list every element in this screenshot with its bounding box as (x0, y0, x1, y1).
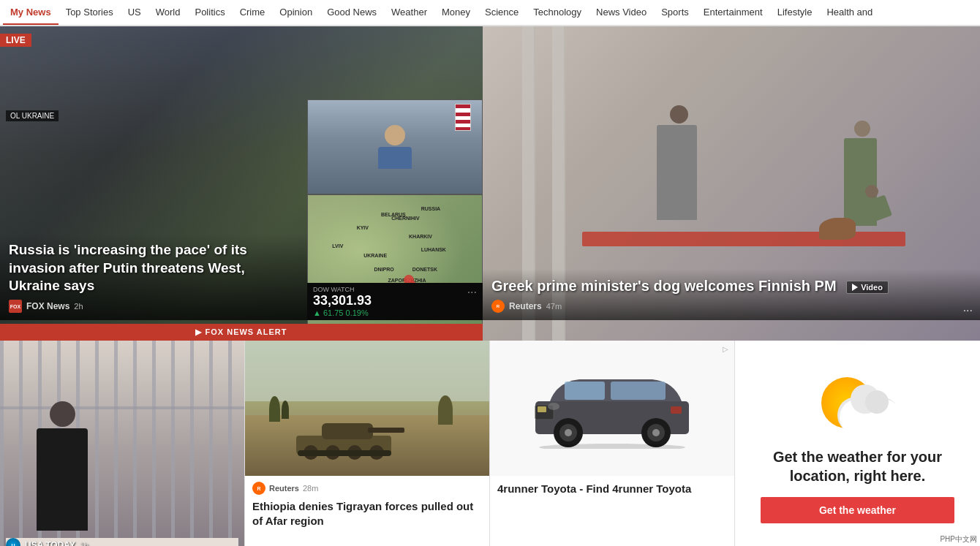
svg-rect-2 (368, 428, 404, 433)
dow-value: 33,301.93 (313, 293, 372, 308)
nav-crime[interactable]: Crime (233, 0, 273, 26)
nav-news-video[interactable]: News Video (589, 0, 654, 26)
php-badge: PHP中文网 (937, 533, 980, 546)
svg-rect-1 (322, 423, 373, 439)
navigation-bar: My News Top Stories US World Politics Cr… (0, 0, 980, 26)
right-card-source-time: 47m (546, 302, 562, 311)
right-card-source-name: Reuters (509, 301, 542, 311)
ethiopia-source-name: Reuters (269, 484, 299, 493)
reuters-logo-ethiopia: R (252, 482, 265, 495)
prisoner-image (0, 341, 244, 546)
weather-icon (814, 377, 902, 436)
map-label-russia: RUSSIA (421, 206, 440, 211)
weather-ad-text: Get the weather for your location, right… (750, 447, 965, 485)
ethiopia-source-line: R Reuters 28m (252, 482, 482, 495)
nav-lifestyle[interactable]: Lifestyle (770, 0, 820, 26)
bottom-card-ethiopia[interactable]: R Reuters 28m Ethiopia denies Tigrayan f… (245, 341, 490, 546)
dow-ticker: DOW WATCH 33,301.93 ▲ 61.75 0.19% ··· (307, 283, 483, 320)
main-container: LIVE OL UKRAINE (0, 26, 980, 546)
svg-rect-9 (565, 382, 605, 400)
card-russia-ukraine[interactable]: LIVE OL UKRAINE (0, 26, 483, 341)
nav-top-stories[interactable]: Top Stories (59, 0, 121, 26)
map-label-donetsk: DONETSK (412, 267, 437, 272)
dow-change: ▲ 61.75 0.19% (313, 308, 372, 317)
ethiopia-card-text: R Reuters 28m Ethiopia denies Tigrayan f… (245, 476, 489, 535)
svg-point-19 (548, 403, 559, 410)
live-badge: LIVE (0, 34, 31, 47)
video-label: Video (861, 282, 883, 292)
nav-technology[interactable]: Technology (526, 0, 589, 26)
nav-weather[interactable]: Weather (384, 0, 434, 26)
right-card-more-button[interactable]: ··· (963, 304, 973, 317)
map-label-luhansk: LUHANSK (421, 247, 446, 252)
nav-health[interactable]: Health and (819, 0, 880, 26)
map-label-lviv: LVIV (332, 243, 343, 249)
tank-svg (282, 410, 413, 461)
nav-opinion[interactable]: Opinion (272, 0, 320, 26)
map-label-kharkiv: KHARKIV (409, 234, 432, 239)
fox-news-alert-bar: ▶ FOX NEWS ALERT (0, 324, 483, 341)
ethiopia-headline: Ethiopia denies Tigrayan forces pulled o… (252, 499, 482, 529)
bottom-card-toyota-ad[interactable]: ▷ (490, 341, 735, 546)
nav-sports[interactable]: Sports (654, 0, 696, 26)
ad-indicator: ▷ (723, 345, 728, 353)
nav-science[interactable]: Science (478, 0, 526, 26)
toyota-ad-image (490, 341, 734, 476)
nav-my-news[interactable]: My News (3, 0, 59, 26)
usa-today-logo: U (6, 538, 20, 546)
toyota-ad-headline: 4runner Toyota - Find 4runner Toyota (497, 482, 727, 496)
nav-money[interactable]: Money (434, 0, 478, 26)
svg-rect-7 (298, 450, 391, 456)
nav-good-news[interactable]: Good News (320, 0, 384, 26)
right-card-source-line: R Reuters 47m (491, 300, 971, 313)
left-card-source-name: FOX News (26, 301, 69, 311)
nav-world[interactable]: World (148, 0, 188, 26)
bottom-card-weather-ad[interactable]: Get the weather for your location, right… (735, 341, 980, 546)
left-card-headline: Russia is 'increasing the pace' of its i… (9, 241, 298, 295)
top-row: LIVE OL UKRAINE (0, 26, 980, 341)
foxnews-logo: FOX (9, 300, 22, 313)
ukraine-label: OL UKRAINE (6, 110, 59, 121)
dow-label: DOW WATCH (313, 286, 372, 293)
toyota-ad-text: 4runner Toyota - Find 4runner Toyota (490, 476, 734, 502)
map-label-dnipro: DNIPRO (374, 267, 393, 272)
weather-ad-content: Get the weather for your location, right… (735, 341, 980, 546)
map-label-chernihiv: CHERNIHIV (391, 216, 420, 221)
svg-point-16 (652, 429, 660, 436)
right-card-headline: Greek prime minister's dog welcomes Finn… (491, 278, 837, 294)
play-icon (852, 284, 858, 291)
svg-point-13 (565, 429, 572, 436)
left-card-source-time: 2h (74, 302, 83, 311)
ethiopia-source-time: 28m (303, 484, 318, 493)
bottom-card-prisoner[interactable]: U USA TODAY 1h (0, 341, 245, 546)
bottom-card1-source-name: USA TODAY (25, 540, 75, 546)
left-card-source-line: FOX FOX News 2h (9, 300, 298, 313)
nav-politics[interactable]: Politics (187, 0, 232, 26)
bottom-card1-source-time: 1h (80, 541, 88, 546)
toyota-car-svg (524, 368, 700, 449)
reuters-logo-right: R (491, 300, 505, 313)
svg-rect-18 (538, 406, 546, 412)
nav-us[interactable]: US (121, 0, 148, 26)
card-greek-pm[interactable]: Greek prime minister's dog welcomes Finn… (483, 26, 980, 341)
get-weather-button[interactable]: Get the weather (761, 497, 955, 523)
svg-rect-20 (671, 406, 682, 414)
cloud-icon (840, 399, 902, 436)
inset-video-top (307, 99, 483, 194)
map-label-kyiv: KYIV (357, 225, 369, 230)
tank-image (245, 341, 489, 476)
nav-entertainment[interactable]: Entertainment (696, 0, 770, 26)
map-label-ukraine: UKRAINE (363, 253, 387, 258)
svg-rect-10 (611, 382, 666, 400)
bottom-row: U USA TODAY 1h (0, 341, 980, 546)
video-badge: Video (846, 281, 889, 294)
dow-more-button[interactable]: ··· (467, 286, 477, 299)
headline-overlay-left: Russia is 'increasing the pace' of its i… (0, 234, 307, 320)
